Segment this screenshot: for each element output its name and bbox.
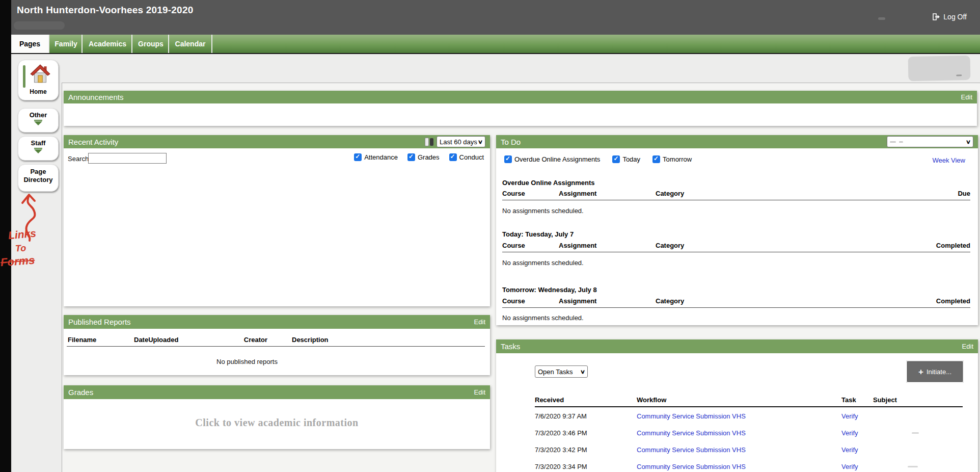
todo-title: To Do — [501, 138, 521, 146]
activity-range-select[interactable]: Last 60 days ∨ — [437, 136, 485, 147]
table-header-rule — [502, 307, 970, 308]
app-window: North Hunterdon-Voorhees 2019-2020 Log O… — [0, 0, 980, 472]
published-reports-edit-link[interactable]: Edit — [474, 318, 485, 326]
tomorrow-checkbox[interactable] — [652, 155, 660, 163]
task-row-received: 7/3/2020 3:46 PM — [535, 429, 587, 437]
table-header-rule — [67, 346, 485, 347]
column-header-filename: Filename — [68, 336, 96, 344]
tab-calendar-label: Calendar — [175, 40, 206, 48]
empty-reports-text: No published reports — [64, 358, 430, 365]
recent-activity-title: Recent Activity — [68, 138, 118, 146]
chevron-down-icon: ∨ — [580, 369, 585, 375]
attendance-label: Attendance — [364, 153, 398, 161]
column-header-subject: Subject — [873, 396, 897, 404]
tab-academics[interactable]: Academics — [81, 35, 132, 53]
empty-assignments-text: No assignments scheduled. — [502, 207, 584, 215]
conduct-label: Conduct — [459, 153, 484, 161]
column-header-description: Description — [292, 336, 329, 344]
tab-pages[interactable]: Pages — [11, 35, 48, 53]
chevron-down-icon: ∨ — [966, 139, 971, 145]
log-off-button[interactable]: Log Off — [932, 13, 967, 21]
column-header-task: Task — [841, 396, 856, 404]
task-row-workflow-link[interactable]: Community Service Submission VHS — [637, 446, 746, 454]
column-header-completed: Completed — [936, 242, 970, 249]
todo-section-heading: Overdue Online Assignments — [502, 179, 595, 187]
published-reports-panel: Published Reports Edit Filename DateUplo… — [64, 315, 490, 375]
tab-pages-label: Pages — [19, 40, 40, 48]
published-reports-header: Published Reports Edit — [64, 315, 490, 329]
filter-tomorrow[interactable]: Tomorrow — [652, 155, 692, 163]
app-header: North Hunterdon-Voorhees 2019-2020 Log O… — [11, 0, 980, 35]
plus-icon: + — [918, 368, 923, 376]
sidebar-item-other[interactable]: Other — [18, 108, 59, 133]
table-header-rule — [502, 200, 970, 200]
redacted-user-selector[interactable] — [908, 56, 971, 81]
announcements-edit-link[interactable]: Edit — [961, 93, 972, 101]
recent-activity-panel: Recent Activity Last 60 days ∨ Search: A… — [64, 135, 490, 306]
tab-family[interactable]: Family — [48, 35, 83, 53]
initiate-task-button[interactable]: + Initiate... — [907, 361, 963, 382]
today-checkbox[interactable] — [612, 155, 620, 163]
redacted-subject-mark — [912, 432, 919, 434]
week-view-link[interactable]: Week View — [932, 156, 965, 164]
filter-attendance[interactable]: Attendance — [354, 153, 398, 161]
column-header-course: Course — [502, 297, 525, 305]
tomorrow-label: Tomorrow — [663, 155, 692, 163]
initiate-label: Initiate... — [927, 368, 951, 376]
dropdown-arrow-icon — [18, 120, 58, 125]
column-header-assignment: Assignment — [559, 190, 596, 197]
content-top-border — [62, 83, 980, 83]
grades-placeholder-link[interactable]: Click to view academic information — [64, 417, 490, 429]
attendance-checkbox[interactable] — [354, 153, 362, 161]
filter-overdue-assignments[interactable]: Overdue Online Assignments — [504, 155, 600, 163]
handwritten-annotation-word-3: Forms — [0, 254, 35, 270]
task-row-verify-link[interactable]: Verify — [841, 446, 858, 454]
sidebar-item-staff[interactable]: Staff — [18, 136, 59, 161]
task-row-workflow-link[interactable]: Community Service Submission VHS — [637, 463, 746, 470]
task-row-verify-link[interactable]: Verify — [841, 463, 858, 470]
column-header-category: Category — [656, 190, 684, 197]
empty-assignments-text: No assignments scheduled. — [502, 259, 584, 267]
page-title: North Hunterdon-Voorhees 2019-2020 — [17, 5, 193, 16]
tasks-filter-select[interactable]: Open Tasks ∨ — [535, 365, 588, 378]
sidebar-item-home[interactable]: Home — [18, 60, 59, 100]
conduct-checkbox[interactable] — [449, 153, 457, 161]
column-header-dateuploaded: DateUploaded — [134, 336, 178, 344]
column-header-completed: Completed — [936, 297, 970, 305]
todo-filter-row: Overdue Online Assignments Today Tomorro… — [504, 155, 692, 163]
task-row-workflow-link[interactable]: Community Service Submission VHS — [637, 412, 746, 420]
tasks-edit-link[interactable]: Edit — [962, 343, 973, 350]
tasks-header-rule — [535, 406, 963, 407]
task-row-workflow-link[interactable]: Community Service Submission VHS — [637, 429, 746, 437]
search-input[interactable] — [88, 153, 167, 164]
grades-checkbox[interactable] — [407, 153, 415, 161]
tab-groups[interactable]: Groups — [131, 35, 169, 53]
todo-redacted-select[interactable]: ∨ — [887, 136, 973, 147]
grades-edit-link[interactable]: Edit — [474, 388, 485, 396]
tasks-filter-value: Open Tasks — [538, 368, 573, 376]
task-row-received: 7/3/2020 3:42 PM — [535, 446, 587, 454]
sidebar-home-label: Home — [18, 88, 58, 95]
tasks-panel: Tasks Edit Open Tasks ∨ + Initiate... Re… — [496, 339, 978, 472]
tab-calendar[interactable]: Calendar — [168, 35, 212, 53]
tab-family-label: Family — [55, 40, 77, 48]
sidebar-page-directory-label: Page Directory — [18, 168, 58, 184]
column-header-assignment: Assignment — [559, 297, 596, 305]
log-off-icon — [932, 13, 940, 21]
search-label: Search: — [68, 155, 91, 163]
tasks-title: Tasks — [501, 342, 520, 351]
task-row-verify-link[interactable]: Verify — [841, 412, 858, 420]
filter-conduct[interactable]: Conduct — [449, 153, 484, 161]
task-row-received: 7/6/2020 9:37 AM — [535, 412, 587, 420]
task-row-verify-link[interactable]: Verify — [841, 429, 858, 437]
grades-title: Grades — [68, 388, 93, 397]
filter-grades[interactable]: Grades — [407, 153, 440, 161]
grades-panel: Grades Edit Click to view academic infor… — [64, 385, 490, 449]
redacted-select-value — [890, 141, 903, 143]
table-header-rule — [502, 252, 970, 252]
column-header-assignment: Assignment — [559, 242, 596, 249]
tab-academics-label: Academics — [89, 40, 126, 48]
overdue-checkbox[interactable] — [504, 155, 512, 163]
filter-today[interactable]: Today — [612, 155, 640, 163]
column-header-workflow: Workflow — [637, 396, 666, 404]
